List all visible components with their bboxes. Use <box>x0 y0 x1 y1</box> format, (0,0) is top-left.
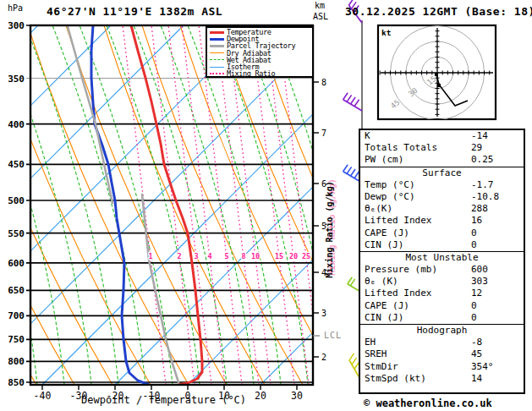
mixing-ratio-value-label: 5 <box>224 252 228 260</box>
credit-footer: © weatheronline.co.uk <box>364 397 492 409</box>
stats-row: Lifted Index12 <box>360 288 524 299</box>
pressure-tick-label: 350 <box>8 74 25 85</box>
stats-value: 45 <box>471 348 524 360</box>
stats-row: StmDir354° <box>360 361 524 373</box>
pressure-unit-label: hPa <box>8 3 23 13</box>
wet-adiabat-line <box>269 25 362 385</box>
stats-row: Temp (°C)-1.7 <box>360 179 524 191</box>
km-unit-label: km <box>315 1 325 10</box>
stats-section-title: Surface <box>360 167 524 179</box>
stats-value: 0 <box>471 239 524 251</box>
stats-row: SREH45 <box>360 348 524 360</box>
mixing-ratio-line <box>182 25 225 385</box>
stats-label: Temp (°C) <box>365 179 471 191</box>
mixing-ratio-value-label: 3 <box>194 252 198 260</box>
wet-adiabat-line <box>215 25 308 385</box>
wet-adiabat-line <box>134 25 227 385</box>
stats-table: K-14Totals Totals29PW (cm)0.25SurfaceTem… <box>359 129 525 394</box>
legend: TemperatureDewpointParcel TrajectoryDry … <box>206 26 314 78</box>
legend-swatch-dry-adiabat <box>210 52 224 53</box>
legend-item: Temperature <box>207 29 312 36</box>
pressure-tick-label: 750 <box>8 334 25 345</box>
stats-label: SREH <box>365 348 471 360</box>
stats-value: 0.25 <box>471 154 524 166</box>
x-axis-caption: Dewpoint / Temperature (°C) <box>81 394 246 406</box>
stats-value: 0 <box>471 227 524 239</box>
stats-value: -14 <box>471 130 524 142</box>
stats-value: -8 <box>471 337 524 348</box>
hodograph: 153045kt <box>378 25 496 120</box>
stats-section: HodographEH-8SREH45StmDir354°StmSpd (kt)… <box>360 324 524 385</box>
stats-section: K-14Totals Totals29PW (cm)0.25 <box>360 130 524 167</box>
legend-swatch-mixing-ratio <box>210 73 224 74</box>
stats-label: CAPE (J) <box>365 300 471 312</box>
wet-adiabat-line <box>161 25 254 385</box>
stats-value: 303 <box>471 276 524 288</box>
stats-value: 0 <box>471 300 524 312</box>
hodograph-trace-marker <box>437 84 441 87</box>
mixing-ratio-value-label: 2 <box>177 252 181 260</box>
stats-section: Most UnstablePressure (mb)600θₑ (K)303Li… <box>360 251 524 324</box>
stats-value: 288 <box>471 203 524 215</box>
mixing-ratio-value-label: 10 <box>251 252 260 260</box>
stats-label: CIN (J) <box>365 239 471 251</box>
x-tick-label: -40 <box>34 390 52 402</box>
stats-label: CIN (J) <box>365 312 471 324</box>
stats-row: Lifted Index16 <box>360 215 524 227</box>
stats-label: Pressure (mb) <box>365 264 471 276</box>
mixing-ratio-value-label: 20 <box>289 252 298 260</box>
mixing-ratio-line <box>168 25 211 385</box>
stats-row: Dewp (°C)-10.8 <box>360 191 524 203</box>
stats-section-title: Hodograph <box>360 325 524 337</box>
pressure-tick-label: 450 <box>8 159 25 170</box>
isotherm-line <box>0 25 256 385</box>
legend-item: Wet Adiabat <box>207 57 312 63</box>
stats-row: CAPE (J)0 <box>360 227 524 239</box>
pressure-tick-label: 650 <box>8 285 25 296</box>
datetime-title: 30.12.2025 12GMT (Base: 18) <box>345 5 532 18</box>
stats-section: SurfaceTemp (°C)-1.7Dewp (°C)-10.8θₑ(K)2… <box>360 167 524 251</box>
stats-row: PW (cm)0.25 <box>360 154 524 166</box>
legend-item: Mixing Ratio <box>207 70 312 77</box>
wet-adiabat-line <box>25 25 118 385</box>
pressure-tick-label: 300 <box>8 20 25 31</box>
hodograph-unit-label: kt <box>381 28 391 37</box>
stats-label: StmSpd (kt) <box>365 373 471 385</box>
stats-value: 12 <box>471 288 524 299</box>
stats-row: CIN (J)0 <box>360 312 524 324</box>
mixing-ratio-value-label: 25 <box>302 252 310 260</box>
stats-value: 354° <box>471 361 524 373</box>
dry-adiabat-line <box>104 25 265 385</box>
stats-row: θₑ(K)288 <box>360 203 524 215</box>
wet-adiabat-line <box>52 25 145 385</box>
stats-row: StmSpd (kt)14 <box>360 373 524 385</box>
stats-row: CIN (J)0 <box>360 239 524 251</box>
stats-value: 16 <box>471 215 524 227</box>
series-parcel-trajectory <box>67 24 112 203</box>
hodograph-trace-marker <box>435 73 438 76</box>
stats-label: Lifted Index <box>365 215 471 227</box>
dry-adiabat-line <box>180 25 341 385</box>
mixing-ratio-axis-label: Mixing Ratio (g/kg) <box>325 167 334 293</box>
legend-swatch-parcel-trajectory <box>210 45 224 47</box>
stats-label: PW (cm) <box>365 154 471 166</box>
stats-row: Pressure (mb)600 <box>360 264 524 276</box>
stats-label: K <box>365 130 471 142</box>
x-tick-label: 20 <box>255 390 266 402</box>
km-tick-label: 2 <box>321 353 326 362</box>
wind-barb <box>343 93 362 111</box>
stats-row: θₑ (K)303 <box>360 276 524 288</box>
mixing-ratio-line <box>278 25 321 385</box>
stats-row: EH-8 <box>360 337 524 348</box>
stats-label: θₑ(K) <box>365 203 471 215</box>
legend-swatch-isotherm <box>210 67 224 68</box>
stats-row: Totals Totals29 <box>360 142 524 154</box>
km-tick-label: 8 <box>321 78 326 87</box>
sounding-chart: 300350400450500550600650700750800850-40-… <box>0 0 532 411</box>
pressure-tick-label: 400 <box>8 119 25 130</box>
pressure-tick-label: 850 <box>8 377 25 388</box>
stats-section-title: Most Unstable <box>360 252 524 264</box>
mixing-ratio-value-label: 4 <box>207 252 211 260</box>
lcl-label: LCL <box>324 331 342 340</box>
stats-value: 0 <box>471 312 524 324</box>
